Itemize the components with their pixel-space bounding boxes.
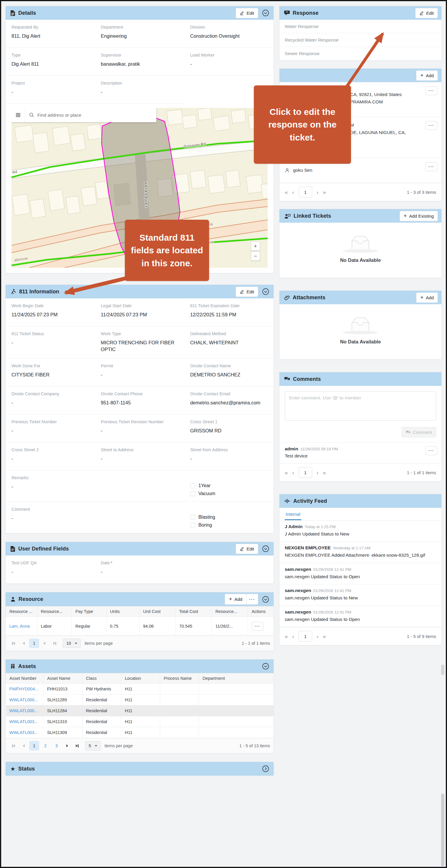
field-label: 811 Ticket Status xyxy=(11,331,89,336)
asset-link[interactable]: WWLATL000... xyxy=(9,698,38,702)
page-size-select[interactable]: 5 xyxy=(85,741,101,750)
map-search-input[interactable] xyxy=(37,113,152,118)
pager-last-button[interactable]: » xyxy=(323,633,326,639)
asset-link[interactable]: WWLATL003... xyxy=(9,719,38,724)
field: Onsite Contact Email demetrio.sanchez@pr… xyxy=(184,386,274,414)
comments-pager: « ‹ 1 › » 1 - 1 of 1 items xyxy=(280,463,441,481)
comment-submit-button[interactable]: Comment xyxy=(402,427,436,437)
edit-button[interactable]: Edit xyxy=(235,544,258,554)
pager-next-button[interactable] xyxy=(63,741,71,750)
map-zoom-out-button[interactable]: − xyxy=(251,251,260,261)
row-actions-button[interactable]: ··· xyxy=(425,121,437,130)
column-header[interactable]: Resource ... xyxy=(6,607,37,617)
asset-row[interactable]: WWLATL000... SLH11284 Residential H11 xyxy=(6,705,274,716)
page-size-select[interactable]: 10 xyxy=(63,639,81,648)
more-button[interactable]: ··· xyxy=(246,594,258,604)
pager-first-button[interactable]: « xyxy=(285,470,288,475)
collapse-icon[interactable] xyxy=(261,8,270,18)
checkbox[interactable] xyxy=(190,491,195,496)
pencil-icon xyxy=(240,10,244,15)
pager-prev-button[interactable]: ‹ xyxy=(292,470,294,475)
pager-page-1[interactable]: 1 xyxy=(29,639,39,648)
asset-row[interactable]: WWLATL000... SLH11285 Residential H11 xyxy=(6,694,274,705)
map-zoom-in-button[interactable]: + xyxy=(251,242,260,251)
map-menu-button[interactable] xyxy=(11,108,25,122)
response-row[interactable]: Recycled Water Response xyxy=(280,33,441,47)
row-actions-button[interactable]: ··· xyxy=(425,162,437,171)
column-header[interactable]: Unit Cost xyxy=(139,607,175,617)
column-header[interactable]: Actions xyxy=(248,607,274,617)
pager-page-input[interactable]: 1 xyxy=(298,187,312,197)
column-header[interactable]: Process Name xyxy=(160,673,199,684)
document-icon xyxy=(10,546,15,552)
checkbox[interactable] xyxy=(190,515,195,520)
response-row[interactable]: Sewer Response xyxy=(280,47,441,60)
comment-input[interactable] xyxy=(285,391,436,421)
checkbox[interactable] xyxy=(190,523,195,528)
pager-page-3[interactable]: 3 xyxy=(52,741,62,750)
pager-page-input[interactable]: 1 xyxy=(298,631,312,642)
column-header[interactable]: Pay Type xyxy=(72,607,106,617)
status-panel: ★ Status xyxy=(5,762,274,776)
asset-link[interactable]: PWFHYD004... xyxy=(9,687,39,691)
pager-prev-button[interactable]: ‹ xyxy=(292,189,294,195)
pager-first-button[interactable] xyxy=(9,741,18,750)
column-header[interactable]: Resource... xyxy=(212,607,248,617)
pager-page-input[interactable]: 1 xyxy=(298,467,312,478)
pager-last-button[interactable] xyxy=(73,741,82,750)
pager-last-button[interactable]: » xyxy=(323,470,326,475)
pager-prev-button[interactable] xyxy=(19,741,28,750)
asset-row[interactable]: WWLATL003... SLH11309 Residential H11 xyxy=(6,727,274,738)
pager-first-button[interactable]: « xyxy=(285,189,288,195)
add-button[interactable]: + Add xyxy=(416,70,438,81)
collapse-icon[interactable] xyxy=(261,544,270,553)
pager-next-button[interactable]: › xyxy=(317,470,318,475)
pager-last-button[interactable]: » xyxy=(323,189,326,195)
pager-next-button[interactable]: › xyxy=(317,189,318,195)
collapse-icon[interactable] xyxy=(261,287,270,296)
comment-actions-button[interactable]: ··· xyxy=(425,446,437,455)
column-header[interactable]: Units xyxy=(106,607,139,617)
field-value: demetrio.sanchez@pramira.com xyxy=(190,399,268,406)
column-header[interactable]: Total Cost xyxy=(175,607,212,617)
collapse-icon[interactable] xyxy=(261,595,270,604)
add-button[interactable]: + Add xyxy=(225,594,246,604)
add-existing-button[interactable]: + Add Existing xyxy=(400,211,438,221)
scrollbar-thumb[interactable] xyxy=(441,794,444,867)
asset-link[interactable]: WWLATL000... xyxy=(9,708,38,713)
resource-link[interactable]: Lam, Anna xyxy=(9,624,30,628)
checkbox[interactable] xyxy=(190,483,195,488)
pager-prev-button[interactable] xyxy=(19,639,28,648)
pager-next-button[interactable]: › xyxy=(317,633,318,639)
column-header[interactable]: Asset Name xyxy=(43,673,83,684)
resource-row[interactable]: Lam, Anna Labor Regular 0.75 94.06 70.54… xyxy=(6,617,274,636)
row-actions-button[interactable]: ··· xyxy=(252,622,263,630)
column-header[interactable]: Class xyxy=(83,673,121,684)
feed-item: sam.nexgen01/26/2026 12:41 PM sam.nexgen… xyxy=(280,606,441,627)
asset-link[interactable]: WWLATL003... xyxy=(9,730,38,735)
pager-next-button[interactable] xyxy=(40,639,49,648)
pager-page-1[interactable]: 1 xyxy=(29,741,39,750)
pager-page-2[interactable]: 2 xyxy=(40,741,50,750)
add-button[interactable]: + Add xyxy=(416,292,438,303)
response-row[interactable]: Water Response xyxy=(280,20,441,33)
tab-internal[interactable]: Internal xyxy=(285,508,301,520)
column-header[interactable]: Asset Number xyxy=(6,673,43,684)
edit-button[interactable]: Edit xyxy=(235,8,258,18)
asset-row[interactable]: PWFHYD004... FHH11013 PW Hydrants H11 xyxy=(6,684,274,694)
response-edit-button[interactable]: Edit xyxy=(415,8,438,18)
expand-icon[interactable] xyxy=(261,764,270,773)
pager-prev-button[interactable]: ‹ xyxy=(292,633,294,639)
column-header[interactable]: Location xyxy=(121,673,160,684)
paperclip-icon xyxy=(284,295,290,301)
edit-button[interactable]: Edit xyxy=(235,287,258,297)
asset-row[interactable]: WWLATL003... SLH11310 Residential H11 xyxy=(6,716,274,727)
pager-last-button[interactable] xyxy=(50,639,59,648)
row-actions-button[interactable]: ··· xyxy=(425,86,437,95)
column-header[interactable]: Department xyxy=(199,673,274,684)
collapse-icon[interactable] xyxy=(261,662,270,671)
pager-first-button[interactable] xyxy=(9,639,18,648)
scrollbar-fragment[interactable] xyxy=(441,664,444,675)
pager-first-button[interactable]: « xyxy=(285,633,288,639)
column-header[interactable]: Resource... xyxy=(37,607,71,617)
